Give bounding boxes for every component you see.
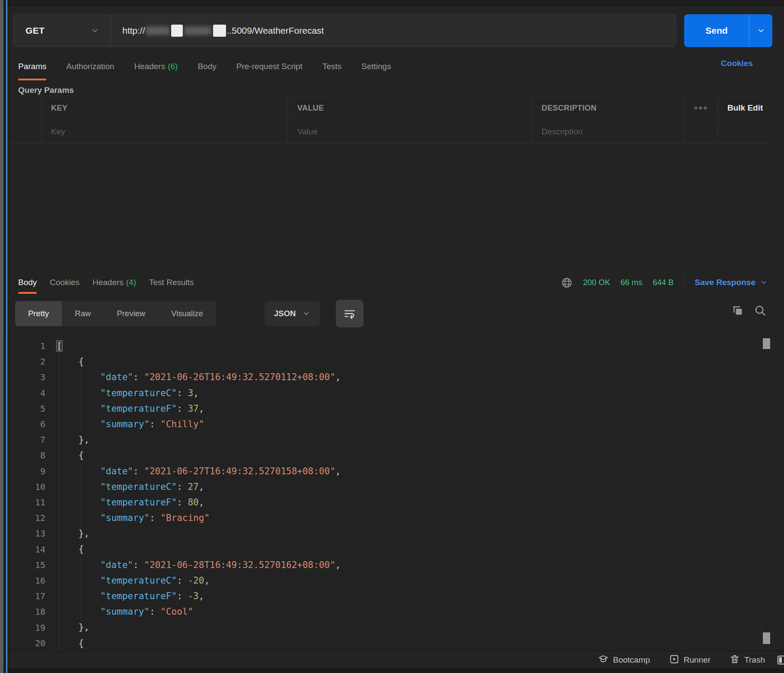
checkbox-column-header xyxy=(9,96,41,120)
line-number: 14 xyxy=(7,542,45,557)
tab-preview[interactable]: Preview xyxy=(104,301,158,326)
line-number: 18 xyxy=(7,604,45,619)
description-input[interactable]: Description xyxy=(532,120,683,143)
url-input[interactable]: http://..5009/WeatherForecast xyxy=(111,15,676,47)
trash-label: Trash xyxy=(744,655,765,665)
code-line: "date": "2021-06-28T16:49:32.5270162+08:… xyxy=(57,557,784,573)
cookies-link[interactable]: Cookies xyxy=(721,59,753,68)
chevron-down-icon xyxy=(91,26,99,35)
tab-label: Params xyxy=(18,62,46,71)
tab-body[interactable]: Body xyxy=(198,53,216,80)
tab-label: Pretty xyxy=(28,309,49,318)
tab-cookies[interactable]: Cookies xyxy=(50,271,80,294)
url-redacted-blur xyxy=(147,26,169,35)
bootcamp-icon xyxy=(598,654,609,667)
status-size: 644 B xyxy=(653,278,673,287)
section-divider xyxy=(7,263,784,263)
url-redaction-box xyxy=(213,25,226,37)
runner-label: Runner xyxy=(684,655,711,665)
tab-label: Cookies xyxy=(50,278,80,287)
console-panel-icon[interactable] xyxy=(776,654,784,667)
tab-count-badge: (6) xyxy=(168,62,178,71)
window-top-strip xyxy=(7,0,784,6)
tab-headers[interactable]: Headers(6) xyxy=(134,53,178,80)
line-number: 2 xyxy=(7,354,45,369)
more-options-icon[interactable] xyxy=(683,96,717,120)
tab-tests[interactable]: Tests xyxy=(322,53,341,80)
line-number: 19 xyxy=(7,620,45,635)
bootcamp-label: Bootcamp xyxy=(613,655,650,665)
tab-settings[interactable]: Settings xyxy=(361,53,391,80)
table-header-row: KEY VALUE DESCRIPTION Bulk Edit xyxy=(9,96,774,120)
send-button[interactable]: Send xyxy=(684,14,772,47)
bootcamp-button[interactable]: Bootcamp xyxy=(598,654,650,667)
response-status-bar: 200 OK 66 ms 644 B Save Response xyxy=(561,271,768,294)
copy-icon[interactable] xyxy=(731,304,744,317)
runner-button[interactable]: Runner xyxy=(669,654,711,667)
line-number: 3 xyxy=(7,369,45,385)
send-button-label[interactable]: Send xyxy=(684,14,749,47)
tab-headers[interactable]: Headers(4) xyxy=(92,271,136,294)
trash-button[interactable]: Trash xyxy=(730,654,765,667)
key-input[interactable]: Key xyxy=(41,120,287,143)
tab-visualize[interactable]: Visualize xyxy=(158,301,216,326)
value-input[interactable]: Value xyxy=(287,120,532,143)
tab-label: Headers xyxy=(92,278,124,287)
code-line: { xyxy=(57,541,784,557)
code-line: "temperatureC": 27, xyxy=(57,479,784,495)
format-selector-label: JSON xyxy=(274,309,296,318)
method-selector[interactable]: GET xyxy=(13,15,111,47)
save-response-button[interactable]: Save Response xyxy=(695,278,768,287)
tab-label: Body xyxy=(18,278,37,287)
trash-icon xyxy=(730,654,740,667)
status-code: 200 OK xyxy=(583,278,610,287)
format-selector[interactable]: JSON xyxy=(265,301,320,326)
tab-pre-request-script[interactable]: Pre-request Script xyxy=(236,53,303,80)
code-line: { xyxy=(57,448,784,463)
json-response-body[interactable]: [ { "date": "2021-06-26T16:49:32.5270112… xyxy=(54,335,784,651)
code-line: { xyxy=(57,635,784,651)
code-line: "date": "2021-06-27T16:49:32.5270158+08:… xyxy=(57,463,784,479)
scrollbar-thumb-bottom[interactable] xyxy=(763,632,770,644)
status-time: 66 ms xyxy=(621,278,642,287)
tab-body[interactable]: Body xyxy=(18,271,37,294)
divider xyxy=(684,276,685,289)
line-number: 4 xyxy=(7,385,45,401)
tab-test-results[interactable]: Test Results xyxy=(149,271,194,294)
code-line: }, xyxy=(57,432,784,448)
code-line: }, xyxy=(57,619,784,635)
wrap-text-icon[interactable] xyxy=(336,300,363,327)
code-line: }, xyxy=(57,526,784,541)
row-actions-cell xyxy=(683,120,717,143)
tab-params[interactable]: Params xyxy=(18,53,46,80)
code-line: "temperatureF": 37, xyxy=(57,401,784,416)
tab-raw[interactable]: Raw xyxy=(62,301,104,326)
tab-label: Preview xyxy=(117,309,145,318)
tab-label: Headers xyxy=(134,62,165,71)
active-pane-indicator xyxy=(6,0,7,673)
send-options-caret[interactable] xyxy=(749,14,772,47)
line-number: 13 xyxy=(7,526,45,541)
tab-pretty[interactable]: Pretty xyxy=(15,301,62,326)
network-globe-icon xyxy=(561,277,573,289)
bulk-edit-button[interactable]: Bulk Edit xyxy=(717,96,774,120)
status-footer: Bootcamp Runner Trash xyxy=(7,651,784,669)
url-prefix: http:// xyxy=(122,25,145,36)
tab-label: Raw xyxy=(75,309,91,318)
code-line: [ xyxy=(57,338,784,354)
value-column-header: VALUE xyxy=(287,96,532,120)
line-number: 9 xyxy=(7,463,45,479)
code-line: "summary": "Bracing" xyxy=(57,510,784,526)
adjacent-panel-edge xyxy=(0,0,3,673)
line-number: 7 xyxy=(7,432,45,448)
response-view-switcher: PrettyRawPreviewVisualize xyxy=(15,301,216,326)
search-icon[interactable] xyxy=(754,304,767,317)
line-number: 15 xyxy=(7,557,45,573)
response-body-tools xyxy=(731,304,767,317)
line-number: 11 xyxy=(7,495,45,510)
tab-authorization[interactable]: Authorization xyxy=(66,53,114,80)
line-number: 20 xyxy=(7,635,45,651)
tab-label: Tests xyxy=(322,62,341,71)
scrollbar-track[interactable] xyxy=(760,336,774,649)
scrollbar-thumb[interactable] xyxy=(763,338,770,349)
